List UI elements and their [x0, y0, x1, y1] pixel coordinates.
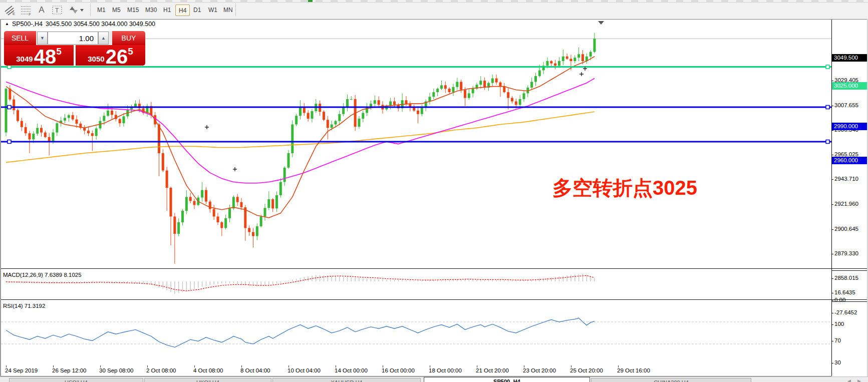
time-axis-label: 26 Sep 12:00	[52, 367, 86, 373]
arrows-tool-icon[interactable]	[67, 4, 85, 17]
sell-price-whole: 3049	[16, 55, 33, 63]
trade-controls-row: SELL ▼ ▲ BUY	[4, 31, 145, 45]
sell-price-point: 5	[56, 46, 62, 57]
trade-quotes-row: 3049 48 5 3050 26 5	[4, 45, 145, 66]
price-tick-label: 2879.330	[834, 250, 858, 256]
time-axis-label: 23 Oct 20:00	[523, 367, 556, 373]
time-axis-label: 8 Oct 04:00	[240, 367, 270, 373]
buy-price-whole: 3050	[88, 55, 104, 63]
rsi-label: RSI(14) 71.3192	[3, 303, 45, 309]
hline-price-label: 3025.000	[832, 82, 867, 90]
price-tick-label: 2858.015	[834, 275, 858, 281]
tab-scroll-left-icon[interactable]: ◀	[847, 378, 851, 382]
sell-button[interactable]: SELL	[4, 31, 36, 45]
sell-price-quote[interactable]: 3049 48 5	[4, 45, 74, 66]
svg-text:E: E	[13, 12, 15, 16]
timeframe-button-w1[interactable]: W1	[205, 5, 220, 15]
timeframe-button-m30[interactable]: M30	[142, 5, 160, 15]
price-tick-label: 3007.655	[834, 102, 858, 108]
time-axis: 24 Sep 201926 Sep 12:0030 Sep 08:002 Oct…	[1, 365, 831, 376]
tab-scroll-right-icon[interactable]: ▶	[857, 378, 861, 382]
macd-tick-label: 0.00	[834, 297, 845, 303]
window-left-border	[0, 19, 1, 376]
rsi-value: 71.3192	[25, 303, 46, 309]
volume-decrease-button[interactable]: ▼	[37, 32, 48, 45]
hline-price-label: 2960.000	[832, 157, 867, 164]
macd-values: 7.6389 8.1025	[45, 272, 82, 278]
time-axis-label: 30 Sep 08:00	[99, 367, 133, 373]
hline-price-label: 2990.000	[832, 123, 867, 130]
buy-price-point: 5	[128, 46, 133, 57]
chart-window: MACD(12,26,9) 7.6389 8.1025 RSI(14) 71.3…	[0, 19, 868, 377]
timeframe-button-m1[interactable]: M1	[94, 5, 109, 15]
time-axis-label: 18 Oct 00:00	[429, 367, 462, 373]
time-axis-label: 4 Oct 08:00	[193, 367, 223, 373]
macd-tick-label: -27.6452	[834, 309, 857, 315]
toolbar-separator	[235, 4, 236, 16]
rsi-tick-label: 30	[834, 359, 841, 365]
current-price-label: 3049.500	[832, 54, 867, 62]
chart-tab-sp500h4[interactable]: SP500-,H4	[424, 377, 590, 382]
chart-symbol-period: SP500-,H4	[12, 21, 43, 28]
timeframe-button-m5[interactable]: M5	[109, 5, 124, 15]
sell-price-pips: 48	[34, 47, 57, 66]
buy-price-pips: 26	[106, 47, 128, 66]
rsi-tick-label: 70	[834, 337, 841, 343]
toolbar-partial-icon	[308, 0, 313, 2]
time-axis-label: 16 Oct 00:00	[382, 367, 415, 373]
chart-text-annotation: 多空转折点3025	[552, 174, 697, 202]
svg-text:T: T	[55, 7, 59, 14]
time-axis-label: 29 Oct 16:00	[617, 367, 650, 373]
timeframe-button-m15[interactable]: M15	[124, 5, 142, 15]
time-axis-label: 21 Oct 20:00	[476, 367, 509, 373]
rsi-tick-label: 100	[834, 321, 844, 327]
chart-tab-xauusdh4[interactable]: XAUUSD,H4	[272, 378, 421, 382]
one-click-trading-panel: SELL ▼ ▲ BUY 3049 48 5 3050 26 5	[4, 31, 145, 66]
chart-tab-china300h4[interactable]: CHINA300,H4	[591, 378, 751, 382]
time-axis-label: 14 Oct 00:00	[335, 367, 368, 373]
macd-label: MACD(12,26,9) 7.6389 8.1025	[3, 272, 82, 278]
chart-tab-ukoilh4[interactable]: UKOil,H4	[144, 378, 271, 382]
macd-tick-label: 16.6435	[834, 289, 855, 295]
rsi-indicator-canvas[interactable]	[1, 301, 831, 365]
toolbar-top-partial-row	[0, 0, 868, 3]
macd-indicator-canvas[interactable]	[1, 270, 831, 300]
text-label-tool-icon[interactable]: T	[50, 4, 64, 17]
time-axis-label: 2 Oct 08:00	[146, 367, 176, 373]
equidistant-channel-tool-icon[interactable]: E	[3, 4, 17, 17]
mt4-terminal: E F A T M1M5M15M30H1H4D1W1MN MACD(12,26,…	[0, 0, 868, 382]
time-axis-label: 25 Oct 20:00	[570, 367, 603, 373]
chart-tab-usoilh4[interactable]: USOil,H4	[9, 378, 143, 382]
volume-increase-button[interactable]: ▲	[98, 32, 109, 45]
toolbar-separator	[90, 4, 91, 16]
rsi-name: RSI(14)	[3, 303, 23, 309]
timeframe-button-h4[interactable]: H4	[175, 5, 190, 16]
chart-title: ▲ SP500-,H4 3045.500 3054.500 3044.000 3…	[5, 21, 155, 28]
timeframe-button-d1[interactable]: D1	[190, 5, 204, 15]
time-axis-label: 10 Oct 04:00	[287, 367, 321, 373]
timeframe-button-mn[interactable]: MN	[220, 5, 236, 15]
macd-name: MACD(12,26,9)	[3, 272, 43, 278]
price-tick-label: 2943.710	[834, 176, 858, 182]
price-tick-label: 2900.645	[834, 226, 858, 232]
price-tick-label: 2921.960	[834, 201, 858, 207]
buy-price-quote[interactable]: 3050 26 5	[76, 45, 145, 66]
chart-tab-bar: ◀ ▶ USOil,H4UKOil,H4XAUUSD,H4SP500-,H4CH…	[0, 376, 868, 382]
time-axis-label: 24 Sep 2019	[5, 367, 38, 373]
axis-separator-line	[831, 20, 832, 376]
fibonacci-tool-icon[interactable]: F	[19, 4, 33, 17]
toolbar: E F A T M1M5M15M30H1H4D1W1MN	[0, 0, 868, 20]
chart-ohlc-values: 3045.500 3054.500 3044.000 3049.500	[46, 21, 155, 28]
timeframe-button-h1[interactable]: H1	[160, 5, 174, 15]
svg-text:F: F	[29, 12, 31, 16]
text-tool-icon[interactable]: A	[35, 4, 48, 17]
collapse-triangle-icon[interactable]: ▲	[5, 22, 9, 26]
volume-input[interactable]	[48, 32, 98, 45]
buy-button[interactable]: BUY	[112, 31, 145, 45]
